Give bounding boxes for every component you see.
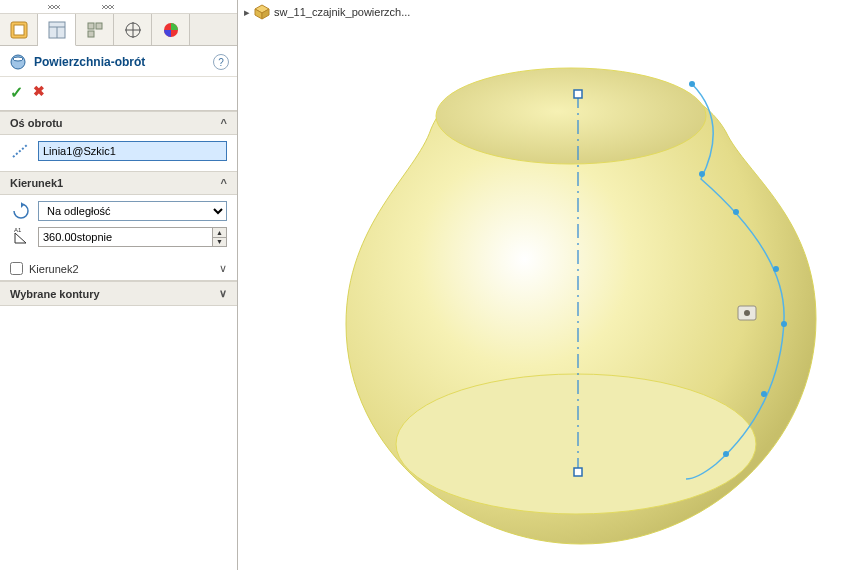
revolve-surface-icon [8,52,28,72]
direction1-type-select[interactable]: Na odległość [38,201,227,221]
top-opening [436,68,706,164]
svg-point-24 [781,321,787,327]
svg-point-21 [699,171,705,177]
confirm-bar: ✓ ✖ [0,77,237,111]
direction1-angle-input[interactable] [39,228,212,246]
chevron-down-icon: ∨ [219,262,227,275]
svg-line-14 [13,145,27,157]
svg-point-20 [689,81,695,87]
tab-feature-tree[interactable] [0,14,38,45]
angle-icon: A1 [10,228,32,246]
model-preview [286,24,826,564]
svg-text:A1: A1 [14,228,22,233]
angle-spin-up[interactable]: ▲ [213,228,226,238]
panel-tabs [0,14,237,46]
feature-breadcrumb: ▸ sw_11_czajnik_powierzch... [244,4,410,20]
section-axis-body [0,135,237,171]
svg-rect-6 [96,23,102,29]
section-direction2-row[interactable]: Kierunek2 ∨ [0,257,237,281]
direction2-checkbox[interactable] [10,262,23,275]
svg-rect-5 [88,23,94,29]
chevron-down-icon: ∨ [219,287,227,300]
section-direction1-label: Kierunek1 [10,177,63,189]
svg-point-25 [761,391,767,397]
section-contours-label: Wybrane kontury [10,288,100,300]
chevron-up-icon: ^ [221,177,227,189]
svg-rect-1 [14,25,24,35]
section-direction1-header[interactable]: Kierunek1 ^ [0,171,237,195]
axis-line-icon [10,142,32,160]
angle-spin-down[interactable]: ▼ [213,238,226,247]
section-axis-label: Oś obrotu [10,117,63,129]
svg-point-22 [733,209,739,215]
breadcrumb-part-name[interactable]: sw_11_czajnik_powierzch... [274,6,410,18]
svg-point-28 [744,310,750,316]
help-button[interactable]: ? [213,54,229,70]
svg-point-23 [773,266,779,272]
svg-point-26 [723,451,729,457]
ok-button[interactable]: ✓ [10,83,23,102]
command-header: Powierzchnia-obrót ? [0,46,237,77]
part-cube-icon [254,4,270,20]
section-axis-header[interactable]: Oś obrotu ^ [0,111,237,135]
direction2-label: Kierunek2 [29,263,79,275]
axis-endpoint-top[interactable] [574,90,582,98]
tab-configuration[interactable] [76,14,114,45]
reverse-direction-icon[interactable] [10,202,32,220]
command-title: Powierzchnia-obrót [34,55,145,69]
bottom-opening [396,374,756,514]
svg-point-13 [13,57,23,61]
svg-rect-7 [88,31,94,37]
svg-marker-15 [21,202,24,208]
cancel-button[interactable]: ✖ [33,83,45,102]
breadcrumb-expand-icon[interactable]: ▸ [244,6,250,19]
graphics-viewport[interactable]: ▸ sw_11_czajnik_powierzch... [238,0,843,570]
tab-dimxpert[interactable] [114,14,152,45]
axis-endpoint-bottom[interactable] [574,468,582,476]
sketch-relation-badge[interactable] [738,306,756,320]
panel-drag-handle[interactable] [0,0,237,14]
axis-input[interactable] [38,141,227,161]
tab-appearance[interactable] [152,14,190,45]
section-direction1-body: Na odległość A1 ▲ ▼ [0,195,237,257]
chevron-up-icon: ^ [221,117,227,129]
section-contours-header[interactable]: Wybrane kontury ∨ [0,281,237,306]
tab-property-manager[interactable] [38,14,76,46]
property-manager-panel: Powierzchnia-obrót ? ✓ ✖ Oś obrotu ^ Kie… [0,0,238,570]
